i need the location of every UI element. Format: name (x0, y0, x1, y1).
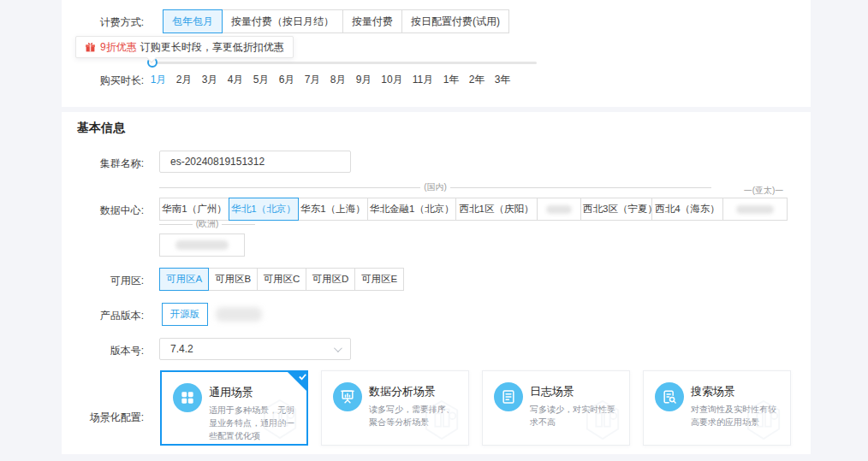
billing-method-group: 包年包月 按量付费（按日月结） 按量付费 按日配置付费(试用) (163, 9, 509, 33)
purchase-config-page: { "colors": { "accent": "#2b9fe8", "acce… (0, 0, 868, 461)
region-option-haidong[interactable]: 西北4（海东） (651, 198, 723, 221)
region-option-europe-blurred[interactable] (159, 233, 245, 257)
section-title: 基本信息 (77, 121, 125, 136)
scenario-card-title: 搜索场景 (691, 384, 735, 399)
discount-text: 订购更长时段，享更低折扣优惠 (140, 40, 284, 55)
zone-option-e[interactable]: 可用区E (354, 268, 404, 291)
duration-option-2y[interactable]: 2年 (464, 73, 490, 86)
scenario-card-search[interactable]: 搜索场景 对查询性及实时性有较高要求的应用场景 (643, 370, 791, 446)
region-option-beijing[interactable]: 华北1（北京） (229, 198, 299, 221)
scenario-card-title: 通用场景 (209, 385, 253, 400)
duration-option-3y[interactable]: 3年 (490, 73, 515, 86)
zone-option-a[interactable]: 可用区A (159, 268, 209, 291)
region-option-shanghai[interactable]: 华东1（上海） (298, 198, 368, 221)
duration-option-11m[interactable]: 11月 (407, 73, 438, 86)
duration-option-1m[interactable]: 1月 (146, 73, 171, 86)
scenario-card-general[interactable]: 通用场景 适用于多种场景，无明显业务特点，通用的一些配置优化项 (160, 370, 308, 446)
scenario-label: 场景化配置: (62, 411, 144, 425)
duration-option-4m[interactable]: 4月 (223, 73, 248, 86)
datacenter-label: 数据中心: (62, 204, 144, 218)
region-group-europe-row (159, 233, 245, 257)
version-label: 版本号: (62, 344, 144, 358)
document-search-icon (655, 382, 684, 411)
basic-info-panel: 基本信息 集群名称: 数据中心: (国内) 一(亚太)一 华南1（广州） 华北1… (62, 112, 811, 454)
scenario-card-desc: 写多读少，对实时性要求不高 (530, 403, 622, 428)
product-option-blurred[interactable] (216, 307, 262, 322)
selected-corner (286, 370, 308, 393)
duration-option-6m[interactable]: 6月 (274, 73, 300, 86)
chevron-down-icon (334, 344, 342, 352)
scenario-card-desc: 对查询性及实时性有较高要求的应用场景 (691, 403, 783, 428)
region-option-blurred-1[interactable] (537, 198, 581, 221)
discount-tooltip: 9折优惠 订购更长时段，享更低折扣优惠 (75, 36, 294, 58)
duration-option-5m[interactable]: 5月 (248, 73, 274, 86)
region-option-guangzhou[interactable]: 华南1（广州） (159, 198, 229, 221)
log-document-icon (494, 382, 523, 411)
region-option-blurred-2[interactable] (722, 198, 788, 221)
duration-option-7m[interactable]: 7月 (300, 73, 325, 86)
version-select[interactable]: 7.4.2 (159, 338, 351, 360)
zone-group: 可用区A 可用区B 可用区C 可用区D 可用区E (159, 268, 404, 291)
region-group: 华南1（广州） 华北1（北京） 华东1（上海） 华北金融1（北京） 西北1区（庆… (159, 198, 788, 221)
gift-icon (85, 42, 96, 53)
duration-option-9m[interactable]: 9月 (351, 73, 377, 86)
discount-badge: 9折优惠 (100, 40, 137, 55)
scenario-cards: 通用场景 适用于多种场景，无明显业务特点，通用的一些配置优化项 数据分析场景 读… (160, 370, 791, 446)
zone-label: 可用区: (62, 274, 144, 288)
region-group-apac: 一(亚太)一 (721, 185, 806, 197)
billing-panel: 计费方式: 包年包月 按量付费（按日月结） 按量付费 按日配置付费(试用) 9折… (62, 0, 811, 107)
scenario-card-title: 数据分析场景 (369, 384, 436, 399)
region-option-qingyang[interactable]: 西北1区（庆阳） (455, 198, 538, 221)
scenario-card-analysis[interactable]: 数据分析场景 读多写少，需要排序、聚合等分析场景 (321, 370, 469, 446)
region-group-domestic: (国内) (159, 181, 711, 193)
product-version-group: 开源版 (162, 303, 208, 326)
zone-option-d[interactable]: 可用区D (306, 268, 355, 291)
billing-option-daily-trial[interactable]: 按日配置付费(试用) (401, 9, 509, 33)
grid-icon (173, 383, 202, 412)
duration-option-10m[interactable]: 10月 (377, 73, 407, 86)
billing-option-prepaid[interactable]: 包年包月 (163, 9, 223, 33)
duration-option-2m[interactable]: 2月 (171, 73, 197, 86)
duration-options: 1月 2月 3月 4月 5月 6月 7月 8月 9月 10月 11月 1年 2年… (146, 73, 515, 86)
product-option-opensource[interactable]: 开源版 (162, 303, 208, 326)
cluster-name-input[interactable] (159, 151, 351, 173)
region-option-beijing-finance[interactable]: 华北金融1（北京） (367, 198, 456, 221)
analysis-board-icon (333, 382, 362, 411)
scenario-card-title: 日志场景 (530, 384, 574, 399)
version-select-value: 7.4.2 (170, 343, 193, 355)
check-icon (298, 372, 307, 381)
scenario-card-desc: 适用于多种场景，无明显业务特点，通用的一些配置优化项 (209, 404, 301, 442)
cluster-name-label: 集群名称: (62, 157, 144, 171)
zone-option-b[interactable]: 可用区B (208, 268, 258, 291)
product-version-label: 产品版本: (62, 309, 144, 323)
billing-method-label: 计费方式: (62, 15, 144, 30)
billing-option-postpaid[interactable]: 按量付费 (342, 9, 402, 33)
duration-option-8m[interactable]: 8月 (325, 73, 351, 86)
scenario-card-log[interactable]: 日志场景 写多读少，对实时性要求不高 (482, 370, 630, 446)
duration-slider-track[interactable] (152, 62, 537, 64)
region-option-ningxia[interactable]: 西北3区（宁夏） (580, 198, 652, 221)
duration-option-3m[interactable]: 3月 (197, 73, 223, 86)
scenario-card-desc: 读多写少，需要排序、聚合等分析场景 (369, 403, 461, 428)
duration-label: 购买时长: (62, 74, 144, 88)
zone-option-c[interactable]: 可用区C (257, 268, 306, 291)
duration-option-1y[interactable]: 1年 (438, 73, 464, 86)
billing-option-postpaid-monthly[interactable]: 按量付费（按日月结） (222, 9, 343, 33)
